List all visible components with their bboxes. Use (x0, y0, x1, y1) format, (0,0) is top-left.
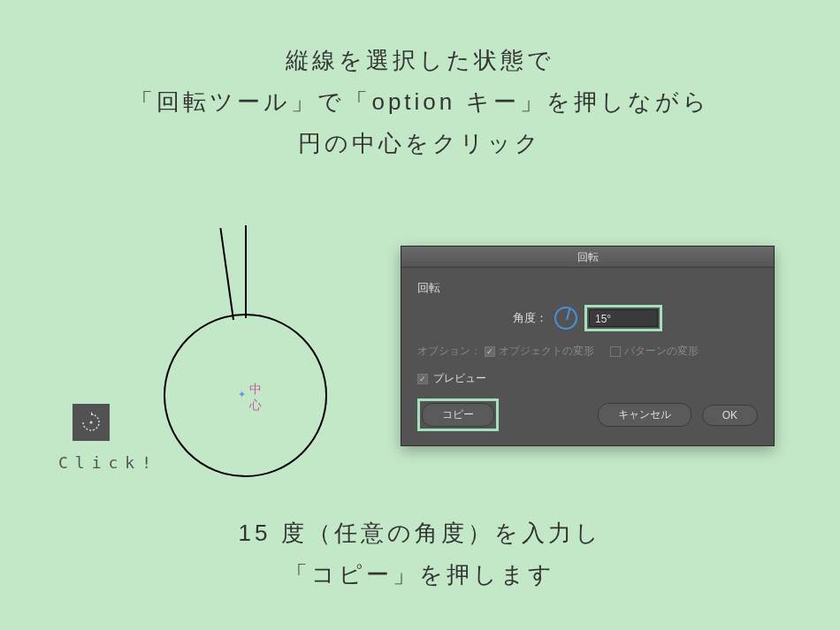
rotate-dialog: 回転 回転 角度： 15° オプション： ✓ オブジェクトの変形 パターンの変形… (401, 246, 775, 446)
instruction-line-2: 「回転ツール」で「option キー」を押しながら (0, 81, 840, 123)
ok-button[interactable]: OK (702, 405, 758, 426)
rotate-tool-icon[interactable] (73, 404, 110, 441)
instruction-line-3: 円の中心をクリック (0, 123, 840, 164)
instruction-line-4: 15 度（任意の角度）を入力し (0, 512, 840, 554)
dialog-title: 回転 (401, 247, 774, 268)
center-label: 中心 (249, 382, 262, 414)
instruction-line-5: 「コピー」を押します (0, 554, 840, 596)
copy-button-highlight: コピー (417, 398, 499, 431)
angle-input-highlight: 15° (584, 305, 662, 331)
angle-dial-icon[interactable] (554, 307, 577, 330)
click-label: Click! (58, 453, 158, 472)
preview-label: プレビュー (433, 371, 486, 386)
cancel-button[interactable]: キャンセル (598, 403, 691, 427)
transform-patterns-label: パターンの変形 (624, 344, 699, 359)
rotated-line (219, 228, 234, 320)
copy-button[interactable]: コピー (422, 403, 494, 427)
transform-objects-label: オブジェクトの変形 (499, 344, 594, 359)
vertical-line (245, 225, 247, 318)
angle-label: 角度： (513, 310, 547, 326)
transform-objects-checkbox[interactable]: ✓ (485, 346, 495, 357)
options-label: オプション： (417, 344, 481, 359)
dialog-section-label: 回転 (417, 280, 758, 296)
center-crosshair-icon: ✦ (238, 389, 246, 400)
angle-input[interactable]: 15° (589, 309, 658, 327)
instruction-line-1: 縦線を選択した状態で (0, 40, 840, 81)
svg-point-0 (90, 421, 93, 424)
transform-patterns-checkbox[interactable] (610, 346, 621, 357)
preview-checkbox[interactable]: ✓ (417, 374, 428, 384)
